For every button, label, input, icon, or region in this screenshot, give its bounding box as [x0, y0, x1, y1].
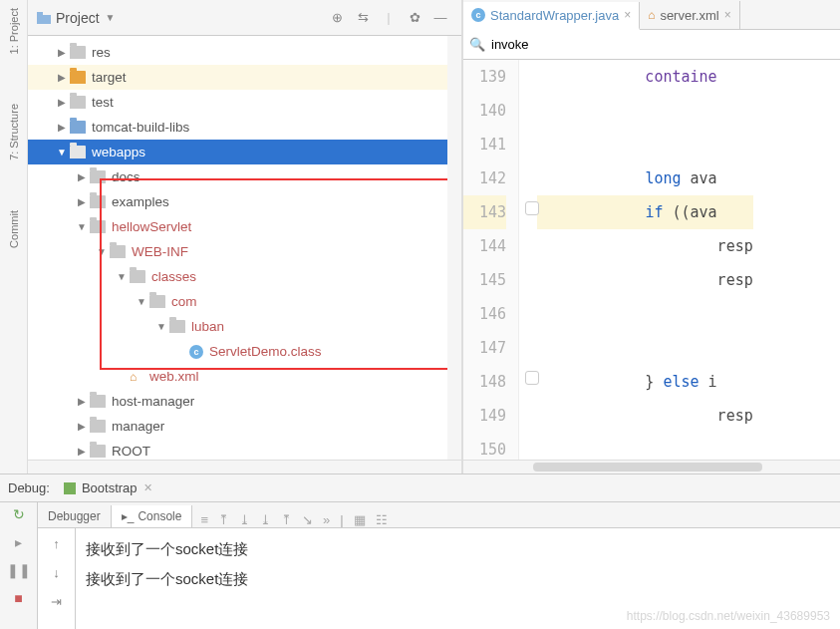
tree-item-target[interactable]: ▶target — [28, 65, 461, 90]
expand-arrow-icon[interactable]: ▼ — [116, 271, 128, 282]
editor-search-bar: 🔍 — [463, 30, 840, 60]
expand-arrow-icon[interactable]: ▶ — [76, 196, 88, 207]
tree-item-classes[interactable]: ▼classes — [28, 264, 461, 289]
code-line[interactable] — [537, 128, 753, 161]
hide-button[interactable]: — — [429, 7, 451, 29]
expand-arrow-icon[interactable]: ▼ — [96, 246, 108, 257]
tree-item-luban[interactable]: ▼luban — [28, 314, 461, 339]
expand-arrow-icon[interactable]: ▼ — [155, 321, 167, 332]
expand-button[interactable]: ⇆ — [352, 7, 374, 29]
code-line[interactable]: resp — [537, 229, 753, 263]
line-number: 142 — [463, 161, 506, 195]
close-icon[interactable]: × — [724, 8, 731, 22]
editor-body[interactable]: 139140141142143144145146147148149150 con… — [463, 60, 840, 460]
rerun-button[interactable]: ↻ — [13, 506, 25, 522]
xml-icon: ⌂ — [130, 370, 143, 384]
up-arrow-icon[interactable]: ↑ — [53, 536, 60, 551]
tree-item-examples[interactable]: ▶examples — [28, 189, 461, 214]
expand-arrow-icon[interactable]: ▶ — [56, 97, 68, 108]
expand-arrow-icon[interactable]: ▶ — [56, 72, 68, 83]
close-icon[interactable]: × — [624, 8, 631, 22]
line-gutter: 139140141142143144145146147148149150 — [463, 60, 519, 460]
step-button[interactable]: | — [340, 512, 343, 527]
tree-item-manager[interactable]: ▶manager — [28, 414, 461, 439]
svg-rect-0 — [37, 15, 51, 24]
line-number: 149 — [463, 399, 506, 433]
debug-label: Debug: — [8, 480, 50, 495]
code-line[interactable] — [537, 331, 753, 365]
tree-title[interactable]: Project — [56, 10, 100, 26]
step-button[interactable]: ≡ — [200, 512, 208, 527]
expand-arrow-icon[interactable]: ▶ — [76, 446, 88, 457]
step-button[interactable]: ▦ — [354, 512, 366, 527]
settings-button[interactable]: ✿ — [404, 7, 425, 29]
tree-item-label: test — [92, 95, 114, 110]
code-line[interactable]: resp — [537, 263, 753, 297]
tree-item-hellowservlet[interactable]: ▼hellowServlet — [28, 214, 461, 239]
expand-arrow-icon[interactable]: ▶ — [76, 396, 88, 407]
pause-button[interactable]: ❚❚ — [7, 562, 31, 578]
dropdown-arrow-icon[interactable]: ▼ — [106, 12, 116, 23]
tree-item-label: webapps — [92, 145, 145, 159]
editor-scrollbar-h[interactable] — [463, 460, 840, 473]
run-config-name[interactable]: Bootstrap — [82, 480, 138, 495]
step-button[interactable]: ☷ — [376, 512, 388, 527]
gutter-marker-icon — [525, 371, 539, 385]
folder-icon — [70, 146, 86, 158]
rail-project[interactable]: 1: Project — [8, 8, 20, 54]
step-button[interactable]: ↘ — [302, 512, 313, 527]
rail-commit[interactable]: Commit — [8, 210, 20, 248]
code-line[interactable]: long ava — [537, 161, 753, 195]
search-input[interactable] — [491, 37, 834, 52]
debug-tab-debugger[interactable]: Debugger — [38, 505, 112, 527]
editor-tab-server-xml[interactable]: ⌂server.xml× — [640, 1, 740, 29]
project-icon — [36, 11, 52, 25]
expand-arrow-icon[interactable]: ▼ — [76, 221, 88, 232]
step-button[interactable]: ⤒ — [281, 512, 292, 527]
rail-structure[interactable]: 7: Structure — [8, 104, 20, 160]
expand-arrow-icon[interactable]: ▼ — [136, 296, 147, 307]
line-number: 141 — [463, 128, 506, 161]
wrap-icon[interactable]: ⇥ — [51, 594, 62, 609]
tree-item-test[interactable]: ▶test — [28, 90, 461, 115]
tree-item-web-xml[interactable]: ⌂web.xml — [28, 364, 461, 389]
expand-arrow-icon[interactable]: ▶ — [76, 171, 88, 182]
tree-item-host-manager[interactable]: ▶host-manager — [28, 389, 461, 414]
code-line[interactable] — [537, 297, 753, 331]
tree-item-servletdemo-class[interactable]: cServletDemo.class — [28, 339, 461, 364]
code-line[interactable] — [537, 94, 753, 128]
code-line[interactable]: containe — [537, 60, 753, 94]
code-lines[interactable]: containe long ava if ((ava resp resp } e… — [519, 60, 753, 460]
tree-body[interactable]: ▶res▶target▶test▶tomcat-build-libs▼webap… — [28, 36, 461, 473]
expand-arrow-icon[interactable]: ▶ — [56, 122, 68, 133]
tree-item-docs[interactable]: ▶docs — [28, 164, 461, 189]
console-output[interactable]: 接收到了一个socket连接接收到了一个socket连接https://blog… — [76, 528, 840, 629]
svg-rect-1 — [37, 12, 43, 15]
step-button[interactable]: ⤓ — [239, 512, 250, 527]
step-button[interactable]: » — [323, 512, 330, 527]
step-button[interactable]: ⤒ — [218, 512, 229, 527]
code-line[interactable] — [537, 433, 753, 460]
close-icon[interactable]: ✕ — [143, 481, 152, 494]
step-button[interactable]: ⤓ — [260, 512, 271, 527]
tree-item-tomcat-build-libs[interactable]: ▶tomcat-build-libs — [28, 115, 461, 140]
stop-button[interactable]: ■ — [14, 590, 22, 606]
expand-arrow-icon[interactable]: ▶ — [76, 421, 88, 432]
expand-arrow-icon[interactable]: ▼ — [56, 147, 68, 157]
tree-scrollbar[interactable] — [447, 36, 461, 473]
code-line[interactable]: resp — [537, 399, 753, 433]
down-arrow-icon[interactable]: ↓ — [53, 565, 60, 580]
tree-item-web-inf[interactable]: ▼WEB-INF — [28, 239, 461, 264]
tab-label: StandardWrapper.java — [490, 8, 619, 23]
tree-item-com[interactable]: ▼com — [28, 289, 461, 314]
tree-scrollbar-h[interactable] — [28, 460, 461, 473]
resume-button[interactable]: ▸ — [15, 534, 22, 550]
locate-button[interactable]: ⊕ — [326, 7, 348, 29]
tree-item-webapps[interactable]: ▼webapps — [28, 140, 461, 164]
code-line[interactable]: } else i — [537, 365, 753, 399]
tree-item-res[interactable]: ▶res — [28, 40, 461, 65]
debug-tab-console[interactable]: ▸_Console — [112, 505, 193, 527]
expand-arrow-icon[interactable]: ▶ — [56, 47, 68, 58]
editor-tab-standardwrapper-java[interactable]: cStandardWrapper.java× — [463, 2, 640, 30]
code-line[interactable]: if ((ava — [537, 195, 753, 229]
